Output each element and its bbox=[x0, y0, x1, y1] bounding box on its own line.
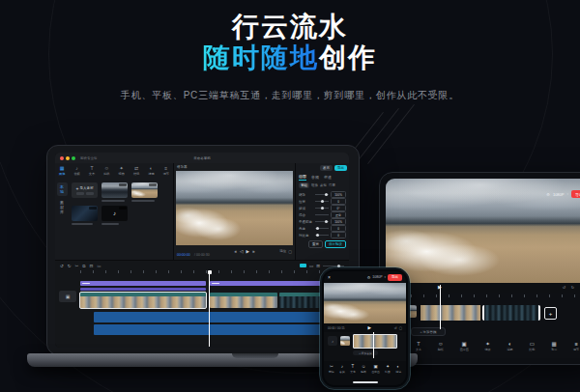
phone-add-audio-button[interactable]: + 添加音频 bbox=[353, 350, 378, 355]
media-thumb-desert[interactable] bbox=[131, 182, 158, 202]
tab-adjust[interactable]: ≡调节 bbox=[163, 166, 169, 176]
audio-clip-2[interactable] bbox=[94, 324, 349, 335]
redo-icon[interactable]: ↻ bbox=[68, 264, 72, 268]
phone-playhead[interactable] bbox=[373, 332, 374, 358]
duplicate-icon[interactable]: ⧉ bbox=[82, 264, 85, 268]
auto-cut-chip[interactable] bbox=[300, 264, 306, 267]
phone-tool-filter[interactable]: ◐滤镜 bbox=[395, 364, 401, 374]
phone-tool-pip[interactable]: ▣画中画 bbox=[371, 364, 379, 374]
link-icon[interactable]: ⊞ bbox=[316, 264, 320, 268]
close-icon[interactable]: × bbox=[328, 274, 331, 280]
phone-cover-thumb[interactable] bbox=[340, 336, 350, 346]
video-clip-1-selected[interactable] bbox=[80, 293, 206, 308]
home-indicator[interactable] bbox=[353, 381, 378, 384]
tab-effects[interactable]: ✦特效 bbox=[119, 166, 125, 176]
phone-tool-audio[interactable]: ♪音频 bbox=[339, 364, 345, 374]
tablet-tool-ratio[interactable]: ▭比例 bbox=[529, 341, 535, 351]
timeline-ruler[interactable] bbox=[80, 270, 349, 277]
tablet-clip-2-selected[interactable] bbox=[482, 305, 540, 321]
tab-audio-props[interactable]: 音频 bbox=[311, 175, 319, 180]
sidebar-item-local[interactable]: 本地 bbox=[57, 182, 68, 196]
tablet-tool-pip[interactable]: ▣画中画 bbox=[460, 341, 469, 351]
play-icon[interactable]: ▶ bbox=[367, 325, 370, 330]
settings-gear-icon[interactable]: ⚙ bbox=[546, 192, 550, 197]
media-thumb-music[interactable]: ♪ bbox=[102, 206, 128, 225]
add-clip-button[interactable]: + bbox=[544, 307, 557, 320]
split-icon[interactable]: ✂ bbox=[75, 264, 79, 268]
reset-button[interactable]: 重置 bbox=[308, 240, 323, 248]
media-thumb-night[interactable] bbox=[72, 206, 98, 225]
undo-icon[interactable]: ↺ bbox=[394, 326, 397, 330]
export-button[interactable]: 导出 bbox=[334, 165, 347, 171]
tablet-quality-select[interactable]: 1080P bbox=[553, 192, 565, 197]
rotate-slider[interactable] bbox=[315, 208, 329, 209]
tablet-tool-filter[interactable]: ◐滤镜 bbox=[507, 341, 512, 351]
phone-tool-effects[interactable]: ✦特效 bbox=[385, 364, 391, 374]
text-clip-3[interactable] bbox=[80, 288, 206, 291]
tablet-tool-effects[interactable]: ✦特效 bbox=[485, 341, 491, 351]
mute-audio-icon[interactable]: ♪ bbox=[328, 336, 337, 346]
phone-export-button[interactable]: 导出 bbox=[388, 274, 402, 281]
phone-tool-text[interactable]: T文本 bbox=[350, 364, 356, 374]
tablet-timeline-ruler[interactable] bbox=[386, 294, 580, 301]
brightness-slider[interactable] bbox=[315, 228, 329, 229]
tab-picture[interactable]: 画面 bbox=[299, 174, 306, 181]
timeline-zoom-slider[interactable] bbox=[323, 266, 344, 266]
tablet-export-button[interactable]: 导出 bbox=[571, 190, 580, 198]
tablet-clip-1[interactable] bbox=[420, 305, 480, 321]
play-icon[interactable]: ▶ bbox=[246, 249, 248, 254]
subtab-background[interactable]: 背景 bbox=[329, 183, 335, 187]
next-frame-icon[interactable]: » bbox=[252, 249, 255, 254]
opacity-slider[interactable] bbox=[315, 221, 329, 222]
magnet-icon[interactable]: ▭ bbox=[309, 264, 313, 268]
settings-gear-icon[interactable]: ⚙ bbox=[367, 275, 371, 280]
tab-text[interactable]: T文本 bbox=[89, 166, 95, 176]
mark-icon[interactable]: ≔ bbox=[97, 264, 102, 268]
tablet-tool-sticker[interactable]: ☺贴纸 bbox=[438, 341, 444, 351]
undo-icon[interactable]: ↺ bbox=[563, 285, 566, 290]
prev-frame-icon[interactable]: « bbox=[234, 249, 237, 254]
video-clip-2[interactable] bbox=[210, 293, 277, 308]
tablet-playhead[interactable] bbox=[440, 285, 441, 329]
tablet-tool-text[interactable]: T文本 bbox=[416, 341, 421, 351]
sidebar-item-library[interactable]: 素材库 bbox=[57, 198, 68, 216]
tab-media[interactable]: ▦媒体 bbox=[59, 166, 65, 176]
rotate-value: 0° bbox=[331, 205, 346, 211]
undo-icon[interactable]: ↺ bbox=[60, 264, 64, 268]
delete-icon[interactable]: ⊟ bbox=[90, 264, 94, 268]
tab-audio[interactable]: ♪音频 bbox=[73, 166, 79, 176]
blend-slider[interactable] bbox=[315, 214, 329, 215]
contrast-slider[interactable] bbox=[315, 235, 329, 236]
cover-button[interactable]: ▣ bbox=[59, 291, 76, 302]
tab-sticker[interactable]: ☺贴纸 bbox=[103, 166, 109, 176]
position-slider[interactable] bbox=[315, 201, 329, 202]
tab-transition[interactable]: ⇄转场 bbox=[133, 166, 139, 176]
player-panel: 播放器 00:00:00 / 00:00:30 « ◁ ▶ » 适应 ▢ bbox=[174, 163, 296, 260]
phone-filmstrip[interactable] bbox=[353, 334, 397, 349]
tab-speed[interactable]: 变速 bbox=[324, 175, 332, 180]
redo-icon[interactable]: ↻ bbox=[571, 285, 574, 290]
publish-button[interactable]: 发布 bbox=[320, 165, 333, 171]
subtab-basic[interactable]: 基础 bbox=[299, 182, 309, 188]
scale-slider[interactable] bbox=[315, 194, 329, 195]
tab-filter[interactable]: ◐滤镜 bbox=[148, 166, 154, 176]
audio-clip-1[interactable] bbox=[94, 312, 349, 322]
media-thumb-road[interactable] bbox=[102, 182, 128, 202]
step-back-icon[interactable]: ◁ bbox=[240, 249, 243, 254]
media-import-card[interactable]: + 导入素材 bbox=[72, 182, 98, 202]
tablet-tool-background[interactable]: ▦背景 bbox=[551, 341, 557, 351]
fit-mode-button[interactable]: 适应 bbox=[279, 249, 286, 253]
phone-quality-select[interactable]: 1080P bbox=[372, 275, 382, 279]
background-icon: ▦ bbox=[552, 341, 557, 347]
phone-tool-sticker[interactable]: ☺贴纸 bbox=[361, 364, 366, 374]
phone-tool-edit[interactable]: ✂剪辑 bbox=[329, 364, 334, 374]
timeline-playhead[interactable] bbox=[209, 270, 210, 347]
save-preset-button[interactable]: 保存预设 bbox=[325, 240, 346, 248]
fullscreen-icon[interactable]: ▢ bbox=[399, 326, 402, 330]
tablet-tool-adjust[interactable]: ≡调节 bbox=[573, 341, 579, 351]
subtab-cutout[interactable]: 抠像 bbox=[311, 183, 318, 187]
subtab-mask[interactable]: 蒙版 bbox=[320, 183, 327, 187]
fullscreen-icon[interactable]: ▢ bbox=[288, 249, 292, 254]
player-video-canvas bbox=[176, 171, 293, 245]
text-clip-1[interactable] bbox=[80, 281, 206, 286]
